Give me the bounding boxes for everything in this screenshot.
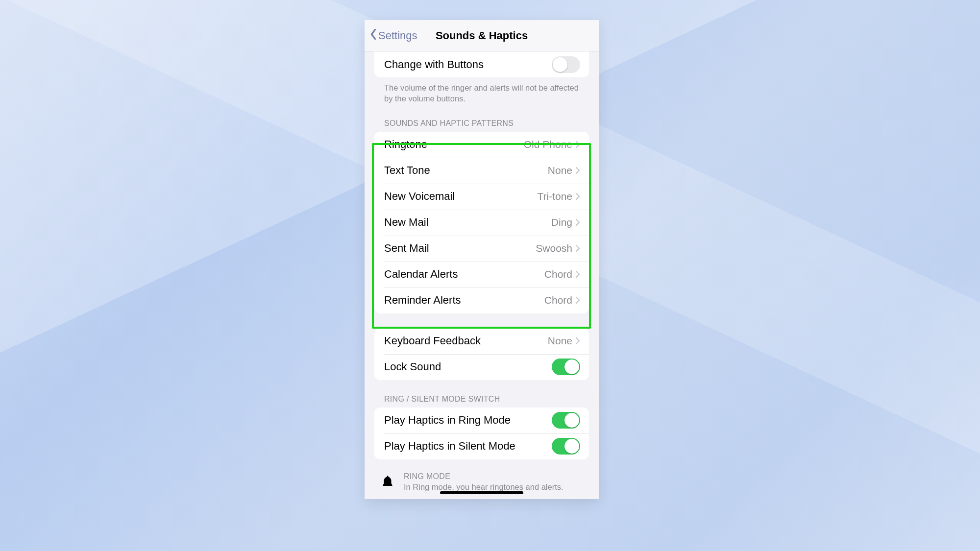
change-with-buttons-footer: The volume of the ringer and alerts will… [384, 82, 579, 104]
row-change-with-buttons[interactable]: Change with Buttons [374, 51, 589, 77]
change-with-buttons-label: Change with Buttons [384, 58, 552, 71]
pattern-value: Chord [544, 294, 572, 306]
chevron-right-icon [575, 337, 580, 345]
navbar: Settings Sounds & Haptics [365, 20, 599, 51]
pattern-value: Swoosh [536, 242, 572, 254]
pattern-value: Old Phone [524, 139, 572, 150]
ring-mode-sub: In Ring mode, you hear ringtones and ale… [404, 482, 564, 492]
haptics-silent-label: Play Haptics in Silent Mode [384, 440, 552, 453]
section-header-patterns: SOUNDS AND HAPTIC PATTERNS [384, 119, 579, 128]
group-ring-silent: Play Haptics in Ring Mode Play Haptics i… [374, 407, 589, 459]
pattern-value: Ding [551, 216, 572, 228]
chevron-right-icon [575, 270, 580, 278]
row-keyboard-feedback[interactable]: Keyboard Feedback None [374, 328, 589, 354]
content-scroll[interactable]: Change with Buttons The volume of the ri… [365, 51, 599, 499]
pattern-label: Text Tone [384, 164, 548, 177]
haptics-ring-toggle[interactable] [552, 412, 580, 429]
lock-sound-label: Lock Sound [384, 360, 552, 373]
ring-mode-block: RING MODE In Ring mode, you hear rington… [380, 472, 579, 492]
pattern-label: Reminder Alerts [384, 294, 544, 307]
pattern-label: Sent Mail [384, 242, 536, 255]
section-header-ring-silent: RING / SILENT MODE SWITCH [384, 395, 579, 404]
group-sound-patterns: RingtoneOld PhoneText ToneNoneNew Voicem… [374, 132, 589, 313]
haptics-silent-toggle[interactable] [552, 438, 580, 455]
keyboard-feedback-value: None [548, 335, 572, 347]
pattern-value: Chord [544, 268, 572, 280]
back-button[interactable]: Settings [365, 28, 417, 43]
haptics-ring-label: Play Haptics in Ring Mode [384, 414, 552, 427]
back-label: Settings [378, 29, 417, 42]
chevron-right-icon [575, 167, 580, 174]
chevron-right-icon [575, 244, 580, 252]
row-sent-mail[interactable]: Sent MailSwoosh [374, 236, 589, 262]
row-lock-sound[interactable]: Lock Sound [374, 354, 589, 380]
home-indicator[interactable] [440, 491, 523, 494]
chevron-right-icon [575, 218, 580, 226]
pattern-value: None [548, 165, 572, 176]
pattern-label: Ringtone [384, 138, 524, 151]
row-text-tone[interactable]: Text ToneNone [374, 158, 589, 184]
lock-sound-toggle[interactable] [552, 359, 580, 375]
chevron-right-icon [575, 192, 580, 200]
chevron-left-icon [369, 28, 377, 43]
bell-icon [380, 474, 395, 491]
row-haptics-silent[interactable]: Play Haptics in Silent Mode [374, 433, 589, 459]
ring-mode-header: RING MODE [404, 472, 564, 481]
row-new-mail[interactable]: New MailDing [374, 210, 589, 236]
row-haptics-ring[interactable]: Play Haptics in Ring Mode [374, 407, 589, 433]
group-system-sounds: Keyboard Feedback None Lock Sound [374, 328, 589, 380]
chevron-right-icon [575, 141, 580, 148]
row-ringtone[interactable]: RingtoneOld Phone [374, 132, 589, 158]
change-with-buttons-toggle[interactable] [552, 56, 580, 73]
group-change-with-buttons: Change with Buttons [374, 51, 589, 77]
pattern-label: New Voicemail [384, 190, 537, 203]
pattern-label: Calendar Alerts [384, 268, 544, 281]
pattern-value: Tri-tone [537, 191, 572, 202]
row-calendar-alerts[interactable]: Calendar AlertsChord [374, 262, 589, 287]
chevron-right-icon [575, 296, 580, 304]
row-reminder-alerts[interactable]: Reminder AlertsChord [374, 287, 589, 313]
keyboard-feedback-label: Keyboard Feedback [384, 335, 548, 347]
row-new-voicemail[interactable]: New VoicemailTri-tone [374, 184, 589, 210]
pattern-label: New Mail [384, 216, 551, 229]
phone-frame: Settings Sounds & Haptics Change with Bu… [365, 20, 599, 499]
